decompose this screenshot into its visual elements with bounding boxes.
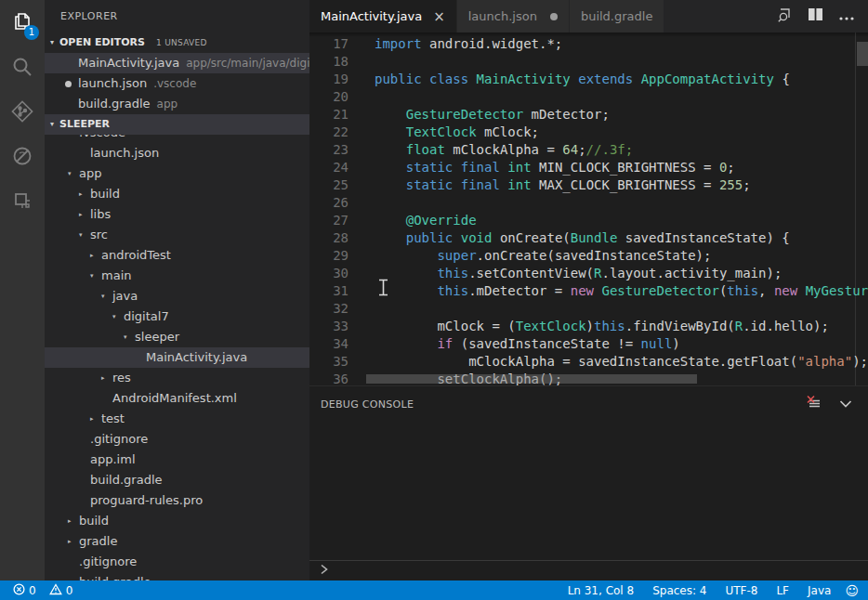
open-editor-buildgradle[interactable]: build.gradleapp (45, 94, 309, 114)
chevron-collapsed-icon[interactable]: ▸ (101, 368, 112, 388)
feedback-smiley-icon[interactable]: ☺ (845, 584, 859, 597)
tree-item--gitignore[interactable]: .gitignore (45, 552, 309, 572)
chevron-expanded-icon: ▾ (45, 114, 59, 135)
tree-item-java[interactable]: ▾java (45, 286, 309, 307)
tree-item-androidmanifest-xml[interactable]: AndroidManifest.xml (45, 388, 309, 409)
tree-item--vscode[interactable]: ▾.vscode (45, 135, 309, 143)
code-line-20[interactable]: 20 (309, 88, 855, 106)
code-line-32[interactable]: 32 (309, 300, 855, 318)
tree-item-build[interactable]: ▸build (45, 511, 309, 531)
activity-search-button[interactable] (0, 45, 45, 89)
problems-status[interactable]: 0 0 (0, 583, 76, 598)
search-icon (10, 55, 34, 79)
activity-debug-button[interactable] (0, 134, 45, 178)
tree-item-label: build.gradle (90, 470, 163, 490)
close-icon[interactable]: × (433, 8, 445, 25)
code-line-35[interactable]: 35 mClockAlpha = savedInstanceState.getF… (309, 353, 855, 371)
open-editors-header[interactable]: ▾ OPEN EDITORS 1 UNSAVED (45, 33, 309, 53)
cursor-position-status[interactable]: Ln 31, Col 8 (563, 584, 639, 597)
line-number: 32 (309, 300, 349, 318)
encoding-status[interactable]: UTF-8 (720, 584, 762, 597)
tree-item-label: .vscode (79, 135, 125, 143)
code-line-21[interactable]: 21 GestureDetector mDetector; (309, 106, 855, 124)
more-actions-icon[interactable] (838, 7, 855, 25)
modified-dot-icon[interactable] (550, 13, 558, 20)
tree-item-label: res (112, 368, 131, 388)
chevron-collapsed-icon[interactable]: ▸ (79, 204, 90, 225)
tab-launch-json[interactable]: launch.json (457, 0, 570, 33)
indentation-status[interactable]: Spaces: 4 (648, 584, 711, 597)
tree-item-androidtest[interactable]: ▸androidTest (45, 245, 309, 266)
chevron-collapsed-icon[interactable]: ▸ (79, 184, 90, 204)
tree-item-test[interactable]: ▸test (45, 409, 309, 429)
code-line-17[interactable]: 17import android.widget.*; (309, 35, 855, 53)
eol-status[interactable]: LF (771, 584, 794, 597)
chevron-expanded-icon[interactable]: ▾ (90, 266, 101, 286)
code-line-24[interactable]: 24 static final int MIN_CLOCK_BRIGHTNESS… (309, 159, 855, 176)
clear-console-icon[interactable] (806, 395, 822, 413)
split-editor-icon[interactable] (808, 7, 823, 25)
tree-item-gradle[interactable]: ▸gradle (45, 531, 309, 552)
tree-item-digital7[interactable]: ▾digital7 (45, 307, 309, 327)
folder-section-header[interactable]: ▾ SLEEPER (45, 114, 309, 135)
language-mode-status[interactable]: Java (803, 584, 835, 597)
tree-item-label: app.iml (90, 450, 136, 470)
code-line-34[interactable]: 34 if (savedInstanceState != null) (309, 335, 855, 353)
chevron-collapsed-icon[interactable]: ▸ (90, 245, 101, 266)
debug-console-input[interactable] (309, 560, 868, 580)
vertical-scrollbar-thumb[interactable] (857, 42, 868, 66)
tree-item-launch-json[interactable]: launch.json (45, 143, 309, 163)
code-line-29[interactable]: 29 super.onCreate(savedInstanceState); (309, 247, 855, 265)
tree-item-label: proguard-rules.pro (90, 490, 203, 511)
tree-item-app-iml[interactable]: app.iml (45, 450, 309, 470)
chevron-expanded-icon[interactable]: ▾ (68, 163, 79, 184)
code-line-27[interactable]: 27 @Override (309, 212, 855, 229)
chevron-expanded-icon[interactable]: ▾ (124, 327, 135, 347)
activity-extensions-button[interactable] (0, 178, 45, 223)
activity-source-control-button[interactable] (0, 89, 45, 134)
open-preview-icon[interactable] (776, 7, 793, 27)
code-line-19[interactable]: 19public class MainActivity extends AppC… (309, 71, 855, 88)
chevron-expanded-icon[interactable]: ▾ (112, 307, 124, 327)
tree-item-mainactivity-java[interactable]: MainActivity.java (45, 347, 309, 368)
code-line-25[interactable]: 25 static final int MAX_CLOCK_BRIGHTNESS… (309, 176, 855, 194)
tree-item-build[interactable]: ▸build (45, 184, 309, 204)
chevron-expanded-icon[interactable]: ▾ (68, 135, 79, 143)
chevron-down-icon[interactable] (838, 396, 853, 413)
code-line-18[interactable]: 18 (309, 53, 855, 71)
code-line-28[interactable]: 28 public void onCreate(Bundle savedInst… (309, 229, 855, 247)
tree-item-main[interactable]: ▾main (45, 266, 309, 286)
tree-item-label: .gitignore (90, 429, 148, 450)
tree-item-sleeper[interactable]: ▾sleeper (45, 327, 309, 347)
tab-label: launch.json (468, 9, 537, 23)
chevron-collapsed-icon[interactable]: ▸ (90, 409, 101, 429)
code-text: GestureDetector mDetector; (375, 106, 610, 124)
code-editor[interactable]: 17import android.widget.*;1819public cla… (309, 33, 868, 385)
tree-item--gitignore[interactable]: .gitignore (45, 429, 309, 450)
tree-item-app[interactable]: ▾app (45, 163, 309, 184)
code-line-31[interactable]: 31 this.mDetector = new GestureDetector(… (309, 282, 855, 300)
vertical-scrollbar[interactable] (855, 33, 868, 385)
code-line-33[interactable]: 33 mClock = (TextClock)this.findViewById… (309, 318, 855, 335)
chevron-collapsed-icon[interactable]: ▸ (68, 511, 79, 531)
tree-item-src[interactable]: ▾src (45, 225, 309, 245)
tree-item-build-gradle[interactable]: build.gradle (45, 572, 309, 580)
chevron-collapsed-icon[interactable]: ▸ (68, 531, 79, 552)
chevron-expanded-icon[interactable]: ▾ (101, 286, 112, 307)
editor-actions (776, 0, 868, 33)
code-line-22[interactable]: 22 TextClock mClock; (309, 124, 855, 141)
code-line-26[interactable]: 26 (309, 194, 855, 212)
tree-item-proguard-rules-pro[interactable]: proguard-rules.pro (45, 490, 309, 511)
tab-build-gradle[interactable]: build.gradle (570, 0, 665, 33)
chevron-expanded-icon[interactable]: ▾ (79, 225, 90, 245)
tree-item-res[interactable]: ▸res (45, 368, 309, 388)
tree-item-libs[interactable]: ▸libs (45, 204, 309, 225)
code-line-30[interactable]: 30 this.setContentView(R.layout.activity… (309, 265, 855, 282)
open-editor-mainactivity[interactable]: MainActivity.javaapp/src/main/java/digit… (45, 53, 309, 73)
activity-explorer-button[interactable]: 1 (0, 0, 45, 45)
tab-mainactivity-java[interactable]: MainActivity.java × (309, 0, 457, 33)
open-editor-launchjson[interactable]: launch.json.vscode (45, 73, 309, 94)
code-line-23[interactable]: 23 float mClockAlpha = 64;//.3f; (309, 141, 855, 159)
tree-item-build-gradle[interactable]: build.gradle (45, 470, 309, 490)
horizontal-scrollbar-thumb[interactable] (366, 374, 697, 384)
